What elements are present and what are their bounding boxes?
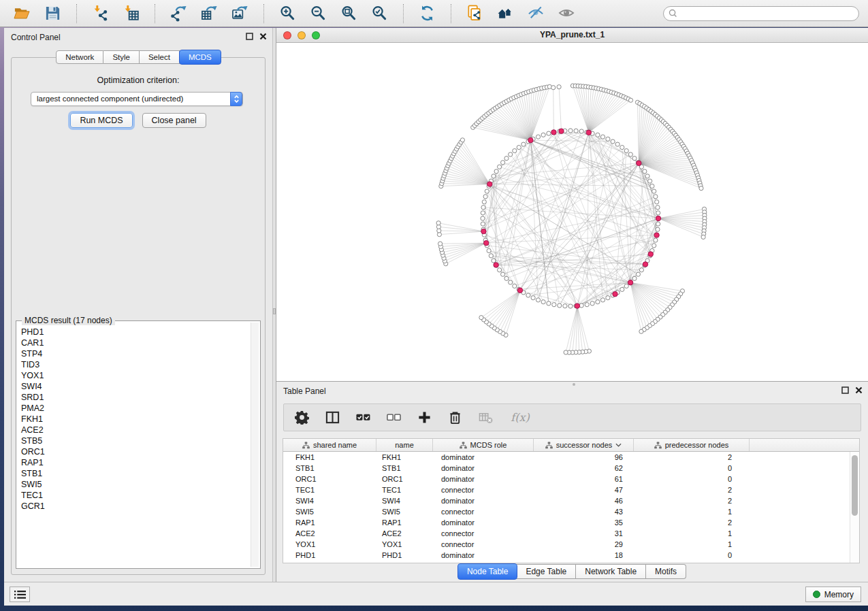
graph-node[interactable] xyxy=(656,227,660,231)
divider-handle[interactable] xyxy=(273,308,276,314)
graph-node[interactable] xyxy=(632,276,637,280)
graph-node[interactable] xyxy=(481,216,485,220)
zoom-selected-icon[interactable] xyxy=(370,4,389,22)
mcds-result-item[interactable]: TID3 xyxy=(21,359,249,370)
save-session-icon[interactable] xyxy=(44,4,62,22)
graph-node[interactable] xyxy=(620,146,624,150)
open-session-icon[interactable] xyxy=(13,4,31,22)
graph-node[interactable] xyxy=(600,135,605,139)
table-row[interactable]: PHD1PHD1dominator180 xyxy=(283,550,850,561)
table-row[interactable]: RAP1RAP1dominator352 xyxy=(283,517,850,528)
mcds-hub-node[interactable] xyxy=(517,288,522,293)
graph-node[interactable] xyxy=(541,300,545,304)
float-panel-icon[interactable] xyxy=(246,33,253,40)
graph-node[interactable] xyxy=(557,85,561,89)
graph-node[interactable] xyxy=(624,149,628,153)
mcds-list-scrollbar[interactable] xyxy=(251,323,259,567)
table-row[interactable]: STB1STB1dominator620 xyxy=(283,463,850,474)
import-network-icon[interactable] xyxy=(91,4,110,22)
table-row[interactable]: YOX1YOX1connector291 xyxy=(283,539,850,550)
graph-node[interactable] xyxy=(639,268,643,272)
table-row[interactable]: SWI4SWI4dominator462 xyxy=(283,495,850,506)
tab-motifs[interactable]: Motifs xyxy=(646,564,686,579)
column-header-successor-nodes[interactable]: successor nodes xyxy=(534,439,634,451)
table-row[interactable]: ORC1ORC1dominator610 xyxy=(283,474,850,484)
mcds-result-item[interactable]: ORC1 xyxy=(21,446,249,457)
column-header-predecessor-nodes[interactable]: predecessor nodes xyxy=(634,439,750,451)
mcds-result-item[interactable]: SWI5 xyxy=(21,479,249,490)
mcds-result-item[interactable]: ACE2 xyxy=(21,425,249,435)
table-settings-icon[interactable] xyxy=(294,410,309,425)
mcds-hub-node[interactable] xyxy=(528,137,533,142)
graph-node[interactable] xyxy=(485,189,489,193)
graph-node[interactable] xyxy=(620,287,624,291)
graph-node[interactable] xyxy=(531,296,535,300)
search-input[interactable] xyxy=(680,9,850,18)
graph-node[interactable] xyxy=(606,137,610,141)
task-history-button[interactable] xyxy=(10,587,30,602)
graph-node[interactable] xyxy=(628,152,632,156)
tab-style[interactable]: Style xyxy=(103,50,140,64)
mcds-hub-node[interactable] xyxy=(613,292,617,297)
mcds-result-item[interactable]: STP4 xyxy=(21,348,249,359)
table-row[interactable]: FKH1FKH1dominator962 xyxy=(283,452,850,463)
mcds-result-item[interactable]: YOX1 xyxy=(21,370,249,381)
mcds-result-item[interactable]: RAP1 xyxy=(21,457,249,468)
zoom-in-icon[interactable] xyxy=(278,4,297,22)
graph-node[interactable] xyxy=(489,254,493,258)
tab-mcds[interactable]: MCDS xyxy=(179,50,221,65)
graph-node[interactable] xyxy=(701,235,705,239)
graph-node[interactable] xyxy=(654,195,658,199)
graph-node[interactable] xyxy=(494,169,498,174)
graph-node[interactable] xyxy=(501,161,505,165)
select-all-icon[interactable] xyxy=(355,410,370,425)
graph-node[interactable] xyxy=(639,329,643,333)
mcds-hub-node[interactable] xyxy=(559,129,564,133)
run-mcds-button[interactable]: Run MCDS xyxy=(70,113,132,128)
mcds-result-item[interactable]: PMA2 xyxy=(21,403,249,414)
window-minimize-icon[interactable] xyxy=(298,31,306,39)
mcds-result-item[interactable]: STB1 xyxy=(21,468,249,479)
mcds-hub-node[interactable] xyxy=(648,252,653,257)
mcds-hub-node[interactable] xyxy=(637,161,641,165)
export-table-icon[interactable] xyxy=(200,4,219,22)
graph-node[interactable] xyxy=(650,184,654,188)
mcds-result-item[interactable]: SRD1 xyxy=(21,392,249,403)
graph-node[interactable] xyxy=(656,205,660,210)
mcds-hub-node[interactable] xyxy=(575,303,579,308)
graph-node[interactable] xyxy=(438,242,443,246)
graph-node[interactable] xyxy=(596,300,600,304)
graph-node[interactable] xyxy=(481,211,485,215)
graph-node[interactable] xyxy=(558,303,562,308)
graph-node[interactable] xyxy=(521,142,526,146)
mcds-result-list[interactable]: PHD1CAR1STP4TID3YOX1SWI4SRD1PMA2FKH1ACE2… xyxy=(18,323,249,567)
graph-node[interactable] xyxy=(492,174,496,178)
graph-node[interactable] xyxy=(654,238,658,242)
graph-node[interactable] xyxy=(585,303,589,307)
column-header-name[interactable]: name xyxy=(376,439,433,451)
graph-node[interactable] xyxy=(483,195,487,199)
mcds-hub-node[interactable] xyxy=(643,262,647,267)
window-close-icon[interactable] xyxy=(283,31,291,39)
graph-node[interactable] xyxy=(460,138,464,142)
tab-select[interactable]: Select xyxy=(140,50,180,64)
graph-node[interactable] xyxy=(652,189,656,193)
graph-node[interactable] xyxy=(498,268,502,272)
table-row[interactable]: ACE2ACE2connector311 xyxy=(283,528,850,539)
mcds-hub-node[interactable] xyxy=(656,216,660,220)
graph-node[interactable] xyxy=(568,304,573,308)
tab-edge-table[interactable]: Edge Table xyxy=(517,564,576,579)
network-home-icon[interactable] xyxy=(496,4,515,22)
mcds-hub-node[interactable] xyxy=(487,182,492,186)
float-panel-icon[interactable] xyxy=(841,386,849,394)
mcds-hub-node[interactable] xyxy=(586,130,591,135)
graph-node[interactable] xyxy=(481,205,485,210)
tab-network-table[interactable]: Network Table xyxy=(576,564,646,579)
graph-node[interactable] xyxy=(648,179,652,183)
mcds-hub-node[interactable] xyxy=(481,229,486,233)
graph-node[interactable] xyxy=(590,301,594,306)
graph-node[interactable] xyxy=(436,221,440,225)
column-header-MCDS-role[interactable]: MCDS role xyxy=(433,439,534,451)
graph-node[interactable] xyxy=(564,350,568,354)
mcds-result-item[interactable]: FKH1 xyxy=(21,414,249,425)
